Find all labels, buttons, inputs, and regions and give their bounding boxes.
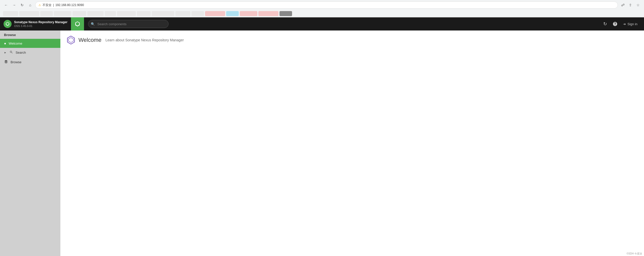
svg-marker-1 (68, 38, 73, 43)
browser-toolbar: ← → ↻ ⌂ ⚠ 不安全 | 192.168.80.121:9090 ☍ ⇧ … (0, 0, 644, 10)
welcome-subtitle: Learn about Sonatype Nexus Repository Ma… (105, 38, 184, 42)
bookmark-6[interactable] (87, 11, 104, 16)
sign-in-button[interactable]: ➔ Sign in (621, 21, 640, 27)
url-text: 192.168.80.121:9090 (55, 3, 84, 7)
security-warning-text: 不安全 (43, 3, 52, 7)
brand-text: Sonatype Nexus Repository Manager OSS 3.… (14, 20, 67, 27)
sidebar-item-welcome-label: Welcome (9, 42, 22, 45)
brand-title: Sonatype Nexus Repository Manager (14, 20, 67, 24)
forward-button[interactable]: → (11, 2, 17, 8)
footer-bar: ©SDH 今度淡 (625, 251, 644, 256)
sign-in-icon: ➔ (623, 22, 626, 26)
bookmark-9[interactable] (137, 11, 151, 16)
content-area: Welcome Learn about Sonatype Nexus Repos… (60, 30, 644, 256)
bookmark-5[interactable] (72, 11, 86, 16)
reload-button[interactable]: ↻ (19, 2, 25, 8)
share-button[interactable]: ⇧ (627, 2, 633, 8)
welcome-icon: ● (4, 41, 6, 45)
sidebar-section-title: Browse (0, 30, 60, 39)
help-button[interactable] (611, 19, 620, 28)
bookmark-3[interactable] (40, 11, 53, 16)
nav-cube-button[interactable] (71, 17, 84, 30)
nav-actions: ↻ ➔ Sign in (600, 19, 644, 28)
search-arrow-icon: ► (4, 51, 7, 54)
sidebar-item-browse[interactable]: Browse (0, 57, 60, 67)
main-layout: Browse ● Welcome ► Search (0, 30, 644, 256)
nexus-logo-icon (5, 22, 10, 26)
brand-subtitle: OSS 3.45.0-01 (14, 24, 67, 27)
browser-actions: ☍ ⇧ ☆ (620, 2, 641, 8)
security-warning-icon: ⚠ (38, 4, 41, 7)
bookmarks-bar (0, 10, 644, 17)
search-icon: 🔍 (91, 22, 95, 26)
welcome-header: Welcome Learn about Sonatype Nexus Repos… (66, 36, 638, 45)
search-nav-icon (10, 50, 13, 55)
bookmark-10[interactable] (152, 11, 174, 16)
bookmark-2[interactable] (19, 11, 39, 16)
search-input[interactable] (88, 20, 169, 28)
refresh-button[interactable]: ↻ (600, 19, 610, 28)
translate-button[interactable]: ☍ (620, 2, 626, 8)
welcome-title: Welcome (78, 37, 101, 43)
bookmark-16[interactable] (258, 11, 278, 16)
bookmark-15[interactable] (240, 11, 257, 16)
bookmark-4[interactable] (54, 11, 71, 16)
back-button[interactable]: ← (3, 2, 9, 8)
sign-in-label: Sign in (627, 22, 637, 26)
app-container: Sonatype Nexus Repository Manager OSS 3.… (0, 17, 644, 256)
address-bar[interactable]: ⚠ 不安全 | 192.168.80.121:9090 (35, 2, 618, 9)
brand-section: Sonatype Nexus Repository Manager OSS 3.… (0, 20, 71, 28)
sidebar-item-search-label: Search (16, 51, 26, 54)
browse-db-icon (4, 60, 8, 65)
sidebar-item-browse-label: Browse (11, 60, 21, 64)
cube-icon (74, 21, 80, 27)
top-nav: Sonatype Nexus Repository Manager OSS 3.… (0, 17, 644, 30)
bookmark-button[interactable]: ☆ (635, 2, 641, 8)
address-separator: | (53, 3, 54, 7)
welcome-page-icon (66, 36, 75, 45)
bookmark-8[interactable] (117, 11, 136, 16)
brand-logo (4, 20, 12, 28)
sidebar-item-search[interactable]: ► Search (0, 48, 60, 57)
bookmark-14[interactable] (226, 11, 239, 16)
bookmark-13[interactable] (205, 11, 225, 16)
bookmark-1[interactable] (3, 11, 18, 16)
search-bar: 🔍 (88, 20, 169, 28)
sidebar-item-welcome[interactable]: ● Welcome (0, 39, 60, 48)
help-icon (613, 21, 618, 26)
browser-chrome: ← → ↻ ⌂ ⚠ 不安全 | 192.168.80.121:9090 ☍ ⇧ … (0, 0, 644, 17)
bookmark-7[interactable] (105, 11, 116, 16)
bookmark-17[interactable] (279, 11, 292, 16)
bookmark-12[interactable] (191, 11, 204, 16)
home-button[interactable]: ⌂ (27, 2, 33, 8)
footer-text: ©SDH 今度淡 (627, 252, 642, 255)
sidebar: Browse ● Welcome ► Search (0, 30, 60, 256)
bookmark-11[interactable] (175, 11, 190, 16)
search-wrapper: 🔍 (88, 20, 169, 28)
